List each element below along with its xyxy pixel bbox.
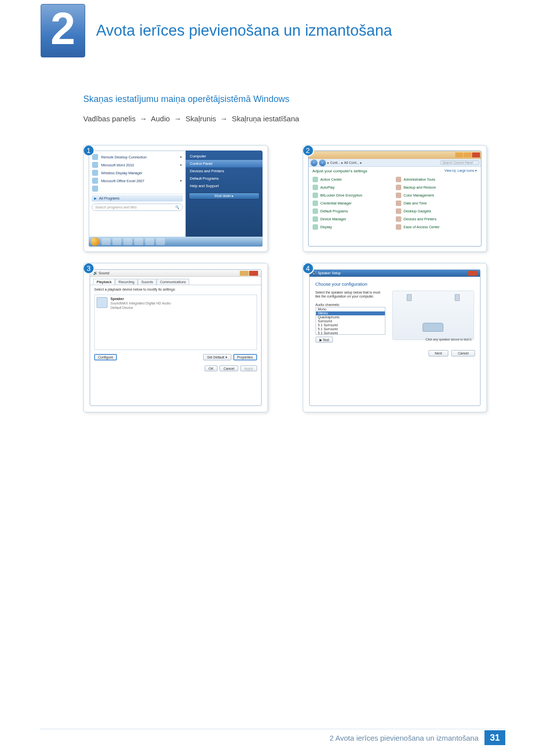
channel-option[interactable]: Mono [316,307,385,311]
search-icon: 🔍 [175,205,179,209]
audio-channels-listbox[interactable]: Mono Stereo Quadraphonic Surround 5.1 Su… [316,307,385,335]
app-icon [92,170,98,176]
taskbar-item[interactable] [123,238,132,245]
cp-heading: Adjust your computer's settings [313,169,368,173]
wizard-heading: Choose your configuration [316,282,475,287]
set-default-button[interactable]: Set Default ▾ [203,354,231,360]
submenu-arrow-icon: ▸ [180,163,182,167]
taskbar-item[interactable] [145,238,154,245]
chapter-header: 2 Avota ierīces pievienošana un izmantoš… [41,6,392,55]
start-right-item-control-panel[interactable]: Control Panel [186,160,262,167]
maximize-icon[interactable] [464,152,472,157]
submenu-arrow-icon: ▸ [180,155,182,159]
gadget-icon [396,208,401,214]
tab-sounds[interactable]: Sounds [138,279,157,285]
cancel-button[interactable]: Cancel [219,365,238,371]
minimize-icon[interactable] [240,271,249,276]
backup-icon [396,185,401,190]
taskbar-item[interactable] [156,238,165,245]
next-button[interactable]: Next [428,350,448,356]
playback-device-item[interactable]: Speaker SoundMAX Integrated Digital HD A… [97,297,255,310]
ok-button[interactable]: OK [205,365,217,371]
shutdown-button[interactable]: Shut down ▸ [189,193,259,200]
channel-option[interactable]: 5.1 Surround [316,331,385,335]
cp-item[interactable]: Devices and Printers [395,215,478,223]
speaker-right-icon[interactable] [455,294,460,301]
cp-item[interactable]: Administrative Tools [395,175,478,183]
channel-option[interactable]: 5.1 Surround [316,327,385,331]
start-menu-item[interactable]: Remote Desktop Connection▸ [89,153,185,161]
cp-item[interactable]: Date and Time [395,199,478,207]
subsection-title: Skaņas iestatījumu maiņa operētājsistēmā… [83,94,487,104]
speaker-icon [97,297,107,308]
chapter-number-box: 2 [41,4,85,57]
cp-item[interactable]: Ease of Access Center [395,223,478,231]
tab-playback[interactable]: Playback [93,279,115,285]
cp-item[interactable]: Device Manager [312,215,395,223]
tab-recording[interactable]: Recording [115,279,138,285]
cp-search-input[interactable]: Search Control Panel [440,160,479,165]
address-crumb[interactable]: ▸ Cont... ▸ All Cont... ▸ [327,161,362,165]
tools-icon [396,177,401,182]
cp-item[interactable]: Backup and Restore [395,183,478,191]
channel-option[interactable]: Surround [316,319,385,323]
close-icon[interactable] [249,271,258,276]
cp-item[interactable]: AutoPlay [312,183,395,191]
arrow-icon: → [140,114,147,123]
submenu-arrow-icon: ▸ [180,179,182,183]
sofa-icon [423,323,443,332]
playback-device-list[interactable]: Speaker SoundMAX Integrated Digital HD A… [94,295,257,350]
start-right-item[interactable]: Computer [186,152,262,160]
start-menu-item[interactable]: Microsoft Office Excel 2007▸ [89,177,185,185]
app-icon [92,162,98,168]
screenshot-3-sound-dialog: 3 🔊 Sound Playback Recording Sounds Comm… [83,263,268,412]
cp-item[interactable]: Display [312,223,395,231]
start-menu-item[interactable]: Microsoft Word 2010▸ [89,161,185,169]
taskbar-item[interactable] [134,238,143,245]
nav-forward-icon[interactable]: › [319,159,326,166]
apply-button[interactable]: Apply [240,365,257,371]
channel-option[interactable]: Quadraphonic [316,315,385,319]
channel-option[interactable]: 5.1 Surround [316,323,385,327]
minimize-icon[interactable] [455,152,463,157]
start-right-item[interactable]: Default Programs [186,175,262,182]
program-icon [313,208,318,214]
cp-item[interactable]: Credential Manager [312,199,395,207]
sound-tabs: Playback Recording Sounds Communications [90,277,261,285]
crumb-d: Skaļruņa iestatīšana [232,114,299,123]
view-by-dropdown[interactable]: View by: Large icons ▾ [444,169,477,173]
cp-item[interactable]: Desktop Gadgets [395,207,478,215]
all-programs-button[interactable]: All Programs [92,195,183,202]
footer-chapter-text: 2 Avota ierīces pievienošana un izmantoš… [329,734,479,742]
properties-button[interactable]: Properties [233,354,257,360]
start-right-item[interactable]: Devices and Printers [186,167,262,175]
cp-item[interactable]: Color Management [395,191,478,199]
test-button[interactable]: ▶ Test [316,337,333,343]
tab-communications[interactable]: Communications [157,279,189,285]
cancel-button[interactable]: Cancel [451,350,475,356]
channel-option-selected[interactable]: Stereo [316,311,385,315]
nav-back-icon[interactable]: ‹ [311,159,318,166]
close-icon[interactable] [472,152,480,157]
device-desc: SoundMAX Integrated Digital HD Audio [110,302,171,306]
access-icon [396,224,401,230]
taskbar-item[interactable] [112,238,121,245]
cp-item[interactable]: Default Programs [312,207,395,215]
printer-icon [396,216,401,222]
close-icon[interactable] [468,271,477,276]
start-menu-item[interactable] [89,185,185,193]
start-menu-item[interactable]: Wireless Display Manager [89,169,185,177]
cp-item[interactable]: Action Center [312,175,395,183]
taskbar-item[interactable] [102,238,110,245]
clock-icon [396,201,401,206]
start-right-item[interactable]: Help and Support [186,182,262,190]
configure-button[interactable]: Configure [94,354,117,360]
start-search-input[interactable]: Search programs and files🔍 [92,203,183,211]
start-orb-icon[interactable] [91,237,100,246]
wizard-subtext: Select the speaker setup below that is m… [316,291,385,299]
speaker-left-icon[interactable] [407,294,412,301]
explorer-navbar: ‹ › ▸ Cont... ▸ All Cont... ▸ Search Con… [309,159,482,167]
cp-item[interactable]: BitLocker Drive Encryption [312,191,395,199]
arrow-icon: → [174,114,181,123]
divider [92,194,183,194]
